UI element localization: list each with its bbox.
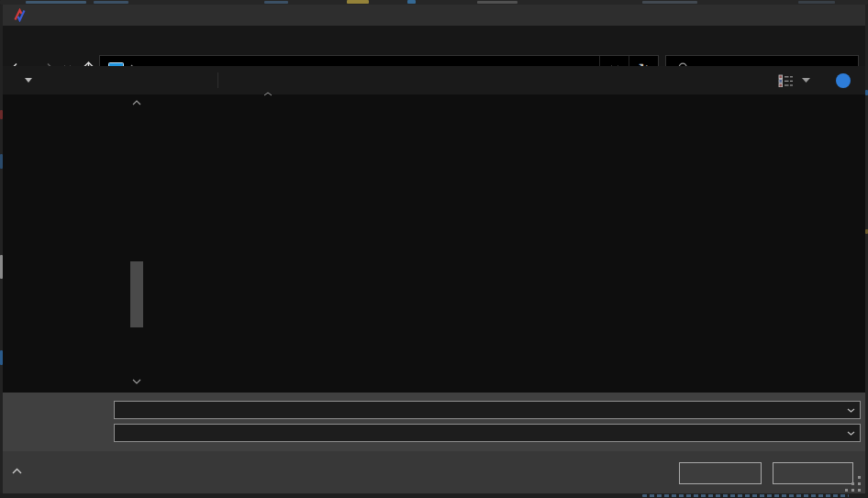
file-list [144, 94, 865, 393]
save-dialog: ↻ [3, 5, 865, 493]
file-name-input[interactable] [115, 403, 841, 417]
close-icon[interactable] [833, 5, 865, 26]
views-button[interactable] [778, 66, 810, 94]
details-view-icon [778, 74, 794, 87]
help-button[interactable] [836, 66, 851, 94]
sidebar-scroll-down-icon[interactable] [131, 379, 142, 386]
hide-folders-button[interactable] [12, 468, 30, 474]
organize-dropdown-icon [25, 78, 32, 83]
file-fields-strip [3, 393, 865, 451]
sidebar-scrollbar-thumb[interactable] [130, 261, 143, 327]
hide-folders-chevron-up-icon [12, 468, 22, 474]
sort-ascending-icon [263, 92, 273, 96]
navigation-bar: ↻ [3, 26, 865, 66]
dialog-footer [3, 451, 865, 493]
screen: ↻ [0, 0, 868, 498]
save-button[interactable] [679, 462, 762, 484]
dialog-content [3, 94, 865, 393]
toolbar-separator [217, 72, 218, 88]
command-toolbar [3, 66, 865, 94]
help-icon [836, 73, 851, 88]
file-name-chevron-icon[interactable] [841, 408, 860, 413]
save-as-type-combobox[interactable] [114, 424, 861, 442]
organize-button[interactable] [18, 66, 32, 94]
cancel-button[interactable] [773, 462, 853, 484]
file-name-label [3, 401, 108, 419]
views-dropdown-icon [802, 78, 810, 83]
file-list-header [144, 94, 865, 116]
title-bar[interactable] [3, 5, 865, 26]
save-as-type-label [3, 424, 108, 442]
novetus-app-icon [13, 8, 27, 22]
file-name-combobox[interactable] [114, 401, 861, 419]
sidebar-scroll-up-icon[interactable] [131, 100, 142, 107]
navigation-sidebar [3, 94, 144, 393]
save-as-type-chevron-icon[interactable] [841, 431, 860, 436]
